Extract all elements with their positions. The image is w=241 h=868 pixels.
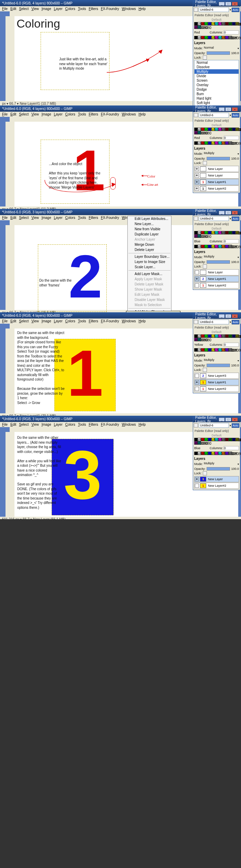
- swatch[interactable]: #808000: [235, 128, 239, 131]
- swatch[interactable]: #ff00ff: [218, 334, 222, 338]
- menu-windows[interactable]: Windows: [121, 7, 137, 11]
- menu-filters[interactable]: Filters: [88, 7, 99, 11]
- eye-icon[interactable]: 👁: [195, 380, 199, 384]
- menu-file[interactable]: File: [1, 215, 9, 220]
- menu-view[interactable]: View: [30, 215, 40, 220]
- swatch[interactable]: #800080: [194, 131, 198, 134]
- swatch[interactable]: #00ff00: [205, 231, 208, 234]
- menu-colors[interactable]: Colors: [64, 422, 76, 427]
- swatch[interactable]: #ff0000: [201, 36, 205, 39]
- swatch[interactable]: #ffff00: [211, 438, 215, 441]
- swatch[interactable]: #800000: [225, 22, 229, 26]
- swatch[interactable]: #ff00ff: [215, 452, 218, 455]
- menu-select[interactable]: Select: [18, 319, 30, 323]
- columns-input[interactable]: [224, 343, 239, 347]
- swatch[interactable]: #ffff00: [211, 231, 215, 234]
- swatch[interactable]: #ffffff: [198, 348, 201, 352]
- swatch[interactable]: #808080: [222, 334, 225, 338]
- auto-button[interactable]: Auto: [232, 320, 239, 324]
- layer-item[interactable]: 👁1New Layer#1: [194, 379, 239, 385]
- swatch[interactable]: #00ff00: [205, 22, 208, 26]
- menu-image[interactable]: Image: [41, 112, 52, 117]
- eye-icon[interactable]: [195, 270, 199, 274]
- swatch[interactable]: #00ffff: [215, 438, 218, 441]
- menu-view[interactable]: View: [30, 7, 40, 11]
- menu-help[interactable]: Help: [137, 112, 147, 117]
- menu-file[interactable]: File: [1, 422, 9, 427]
- swatch[interactable]: #008080: [198, 338, 201, 341]
- columns-input[interactable]: [224, 136, 239, 140]
- swatch[interactable]: #000080: [232, 22, 235, 26]
- swatch[interactable]: #808080: [229, 36, 232, 39]
- swatch[interactable]: #000080: [232, 438, 235, 441]
- eye-icon[interactable]: 👁: [195, 180, 199, 184]
- mode-combo[interactable]: Normal: [204, 46, 237, 51]
- swatch[interactable]: #ffff00: [211, 128, 215, 131]
- lock-pixels-icon[interactable]: [203, 471, 207, 475]
- eye-icon[interactable]: [195, 283, 199, 287]
- maximize-icon[interactable]: □: [225, 314, 231, 318]
- opacity-slider[interactable]: [207, 51, 230, 55]
- menu-layer[interactable]: Layer: [53, 7, 63, 11]
- swatch[interactable]: #000000: [194, 452, 198, 455]
- swatch[interactable]: #ff0000: [201, 452, 205, 455]
- mode-option[interactable]: Screen: [195, 78, 239, 83]
- image-combo[interactable]: Untitled-6: [199, 320, 229, 324]
- menu-help[interactable]: Help: [137, 319, 147, 323]
- image-combo[interactable]: Untitled-6: [199, 423, 229, 428]
- swatch[interactable]: #000080: [232, 128, 235, 131]
- swatch[interactable]: #0000ff: [208, 452, 211, 455]
- layer-item[interactable]: 2New Layer#3: [194, 373, 239, 379]
- swatch[interactable]: #0000ff: [208, 128, 211, 131]
- swatch[interactable]: #ff00ff: [215, 141, 218, 145]
- swatch[interactable]: #00ffff: [215, 231, 218, 234]
- menu-filters[interactable]: Filters: [88, 215, 99, 220]
- eye-icon[interactable]: 👁: [195, 167, 199, 171]
- mode-option[interactable]: Burn: [195, 92, 239, 96]
- menu-edit[interactable]: Edit: [9, 422, 17, 427]
- menu-colors[interactable]: Colors: [64, 215, 76, 220]
- menu-filters[interactable]: Filters: [88, 319, 99, 323]
- swatch[interactable]: #00ff00: [205, 334, 208, 338]
- swatch[interactable]: #ffffff: [198, 245, 201, 248]
- ctx-item[interactable]: Delete Layer: [128, 247, 171, 252]
- menu-edit[interactable]: Edit: [9, 215, 17, 220]
- menu-colors[interactable]: Colors: [64, 112, 76, 117]
- swatch[interactable]: #0000ff: [208, 438, 211, 441]
- minimize-icon[interactable]: _: [219, 314, 225, 318]
- swatch[interactable]: #8000ff: [225, 348, 229, 352]
- menu-image[interactable]: Image: [41, 215, 52, 220]
- swatch[interactable]: #000080: [232, 231, 235, 234]
- swatch[interactable]: #ff00ff: [215, 245, 218, 248]
- lock-pixels-icon[interactable]: [203, 161, 207, 165]
- swatch[interactable]: #ffff00: [211, 245, 215, 248]
- lock-pixels-icon[interactable]: [203, 55, 207, 60]
- swatch[interactable]: #808000: [235, 231, 239, 234]
- maximize-icon[interactable]: □: [225, 211, 231, 215]
- swatch[interactable]: #0000ff: [208, 36, 211, 39]
- swatch[interactable]: #008080: [198, 131, 201, 134]
- ctx-item[interactable]: New from Visible: [128, 226, 171, 232]
- swatch[interactable]: #ff00ff: [218, 128, 222, 131]
- layer-item[interactable]: 👁New Layer: [194, 166, 239, 172]
- swatch[interactable]: #008000: [229, 128, 232, 131]
- close-icon[interactable]: ×: [232, 417, 238, 422]
- swatch[interactable]: #008080: [198, 234, 201, 238]
- menu-file[interactable]: File: [1, 319, 9, 323]
- swatch[interactable]: #000000: [194, 231, 198, 234]
- swatch[interactable]: #000000: [194, 438, 198, 441]
- chevron-down-icon[interactable]: ▾: [230, 321, 231, 324]
- menu-tools[interactable]: Tools: [77, 422, 87, 427]
- swatch[interactable]: #00ff00: [205, 452, 208, 455]
- swatch[interactable]: #008000: [229, 334, 232, 338]
- mode-option[interactable]: Divide: [195, 74, 239, 78]
- menu-help[interactable]: Help: [137, 422, 147, 427]
- swatch[interactable]: #00ff00: [205, 245, 208, 248]
- menu-view[interactable]: View: [30, 319, 40, 323]
- swatch[interactable]: #ff8000: [222, 36, 225, 39]
- swatch[interactable]: #000000: [194, 22, 198, 26]
- layer-item[interactable]: 👁3New Layer: [194, 476, 239, 482]
- menu-fx-foundry[interactable]: FX-Foundry: [100, 422, 120, 427]
- swatch[interactable]: #800080: [194, 26, 198, 29]
- columns-input[interactable]: [224, 30, 239, 34]
